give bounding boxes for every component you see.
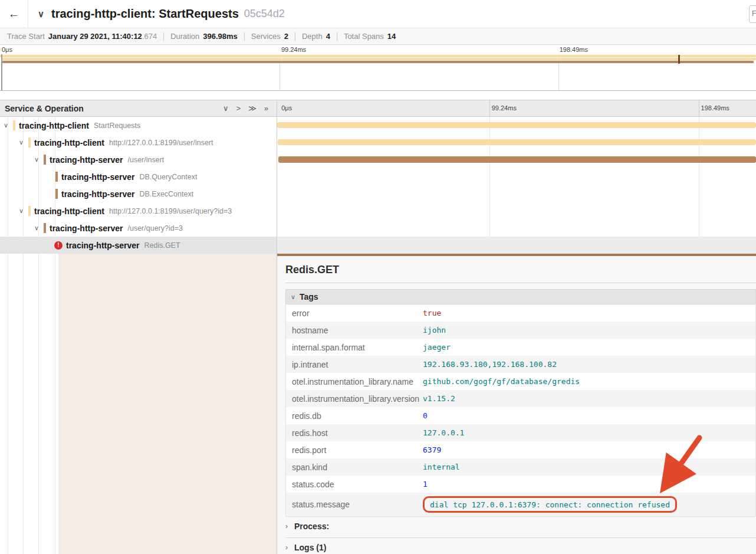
span-color-strip bbox=[55, 189, 58, 199]
tag-value: github.com/gogf/gf/database/gredis bbox=[423, 377, 580, 386]
timeline-tick: 198.49ms bbox=[699, 104, 729, 112]
span-service: tracing-http-server bbox=[66, 241, 139, 250]
search-input-partial[interactable]: F bbox=[749, 5, 756, 23]
span-row-db-execcontext[interactable]: tracing-http-server DB.ExecContext bbox=[0, 185, 277, 202]
tags-table: error true hostname ijohn internal.span.… bbox=[285, 304, 756, 517]
span-detail-panel: Redis.GET ∨ Tags error true hostname ijo… bbox=[277, 254, 756, 554]
collapse-all-icon[interactable]: ≫ bbox=[248, 104, 257, 113]
divider bbox=[244, 32, 245, 41]
timeline-header-ticks: 0μs 99.24ms 198.49ms bbox=[277, 100, 756, 116]
span-row-user-query-client[interactable]: ∨ tracing-http-client http://127.0.0.1:8… bbox=[0, 202, 277, 219]
span-bar-start-requests[interactable] bbox=[277, 122, 756, 128]
logs-accordion-header[interactable]: › Logs (1) bbox=[285, 537, 756, 554]
tags-label: Tags bbox=[300, 292, 318, 301]
trace-start-value: January 29 2021, 11:40:12.674 bbox=[48, 32, 157, 41]
tag-row-status-message: status.message dial tcp 127.0.0.1:6379: … bbox=[286, 493, 755, 516]
tags-accordion-header[interactable]: ∨ Tags bbox=[285, 289, 756, 304]
span-row-user-insert-client[interactable]: ∨ tracing-http-client http://127.0.0.1:8… bbox=[0, 134, 277, 151]
page-header: ← ∨ tracing-http-client: StartRequests 0… bbox=[0, 0, 756, 28]
expand-all-icon[interactable]: » bbox=[264, 104, 268, 113]
minimap-scrub-area[interactable] bbox=[0, 54, 756, 90]
tag-key: status.code bbox=[286, 480, 423, 489]
tag-row: status.code 1 bbox=[286, 476, 755, 493]
divider bbox=[163, 32, 164, 41]
trace-collapse-icon[interactable]: ∨ bbox=[38, 9, 44, 19]
tag-key: status.message bbox=[286, 500, 423, 509]
timeline-row[interactable] bbox=[277, 168, 756, 185]
chevron-right-icon: › bbox=[285, 522, 294, 530]
minimap-error-span-mark bbox=[678, 55, 680, 64]
divider bbox=[295, 32, 295, 41]
services-label: Services bbox=[251, 32, 281, 41]
back-button[interactable]: ← bbox=[0, 0, 28, 28]
tag-key: redis.db bbox=[286, 411, 423, 421]
span-service: tracing-http-client bbox=[34, 206, 104, 216]
span-name-column: ∨ tracing-http-client StartRequests ∨ tr… bbox=[0, 117, 277, 254]
span-row-user-insert-server[interactable]: ∨ tracing-http-server /user/insert bbox=[0, 151, 277, 168]
minimap-tick: 198.49ms bbox=[560, 46, 588, 53]
trace-summary-bar: Trace Start January 29 2021, 11:40:12.67… bbox=[0, 28, 756, 45]
timeline-row[interactable] bbox=[277, 202, 756, 219]
tag-row: redis.db 0 bbox=[286, 407, 755, 424]
minimap-tick: 0μs bbox=[2, 46, 12, 53]
timeline-row[interactable] bbox=[277, 117, 756, 134]
timeline-row-selected[interactable] bbox=[277, 237, 756, 254]
span-row-user-query-server[interactable]: ∨ tracing-http-server /user/query?id=3 bbox=[0, 219, 277, 237]
minimap-span-bar bbox=[2, 58, 756, 60]
minimap-span-bar bbox=[2, 61, 754, 63]
duration-value: 396.98ms bbox=[203, 32, 238, 41]
span-operation: DB.ExecContext bbox=[139, 190, 193, 198]
viewport-scrubber-handle[interactable] bbox=[1, 54, 2, 90]
indent-guide bbox=[23, 254, 24, 554]
span-operation: http://127.0.0.1:8199/user/query?id=3 bbox=[109, 207, 232, 215]
span-operation: StartRequests bbox=[94, 122, 140, 130]
timeline-tick: 0μs bbox=[279, 104, 292, 112]
span-row-db-querycontext[interactable]: tracing-http-server DB.QueryContext bbox=[0, 168, 277, 185]
tag-value: 192.168.93.180,192.168.100.82 bbox=[423, 360, 557, 369]
back-arrow-icon: ← bbox=[8, 7, 20, 21]
span-color-strip bbox=[44, 155, 46, 165]
expand-one-icon[interactable]: > bbox=[236, 104, 241, 113]
timeline-tick: 99.24ms bbox=[489, 104, 517, 112]
timeline-row[interactable] bbox=[277, 185, 756, 202]
span-operation: Redis.GET bbox=[144, 241, 180, 250]
timeline-row[interactable] bbox=[277, 219, 756, 237]
span-row-start-requests[interactable]: ∨ tracing-http-client StartRequests bbox=[0, 117, 277, 134]
span-bar-user-insert-client[interactable] bbox=[278, 139, 756, 145]
span-color-strip bbox=[28, 137, 31, 147]
span-operation: /user/insert bbox=[127, 156, 164, 164]
span-row-redis-get[interactable]: ! tracing-http-server Redis.GET bbox=[0, 237, 277, 254]
spacer bbox=[0, 91, 756, 100]
process-accordion-header[interactable]: › Process: bbox=[285, 517, 756, 536]
tag-row: redis.port 6379 bbox=[286, 441, 755, 458]
chevron-down-icon[interactable]: ∨ bbox=[34, 156, 42, 163]
span-operation: /user/query?id=3 bbox=[127, 224, 182, 232]
selected-span-tint bbox=[58, 254, 277, 554]
divider bbox=[337, 32, 337, 41]
span-bar-user-insert-server[interactable] bbox=[278, 156, 756, 163]
duration-label: Duration bbox=[170, 32, 199, 41]
tag-row: internal.span.format jaeger bbox=[286, 339, 755, 356]
timeline-row[interactable] bbox=[277, 151, 756, 168]
tag-row: redis.host 127.0.0.1 bbox=[286, 424, 755, 441]
jaeger-trace-page: ← ∨ tracing-http-client: StartRequests 0… bbox=[0, 0, 756, 554]
indent-guide bbox=[8, 254, 8, 554]
indent-guide bbox=[38, 254, 39, 554]
span-detail-region: Redis.GET ∨ Tags error true hostname ijo… bbox=[0, 254, 756, 554]
tag-key: span.kind bbox=[286, 463, 423, 472]
chevron-down-icon[interactable]: ∨ bbox=[34, 224, 42, 232]
annotation-highlight-box: dial tcp 127.0.0.1:6379: connect: connec… bbox=[423, 496, 677, 513]
collapse-one-icon[interactable]: ∨ bbox=[223, 104, 229, 113]
chevron-down-icon[interactable]: ∨ bbox=[19, 207, 27, 215]
timeline-column bbox=[277, 117, 756, 254]
minimap-span-bar bbox=[0, 55, 756, 57]
collapse-controls: ∨ > ≫ » bbox=[223, 104, 277, 113]
tag-value: v1.15.2 bbox=[423, 394, 455, 403]
tag-value: true bbox=[423, 309, 441, 317]
chevron-down-icon[interactable]: ∨ bbox=[4, 122, 12, 129]
trace-start-label: Trace Start bbox=[7, 32, 45, 41]
chevron-down-icon[interactable]: ∨ bbox=[19, 139, 27, 146]
timeline-row[interactable] bbox=[277, 134, 756, 151]
minimap-tick: 99.24ms bbox=[281, 46, 306, 53]
tag-row: hostname ijohn bbox=[286, 322, 755, 339]
